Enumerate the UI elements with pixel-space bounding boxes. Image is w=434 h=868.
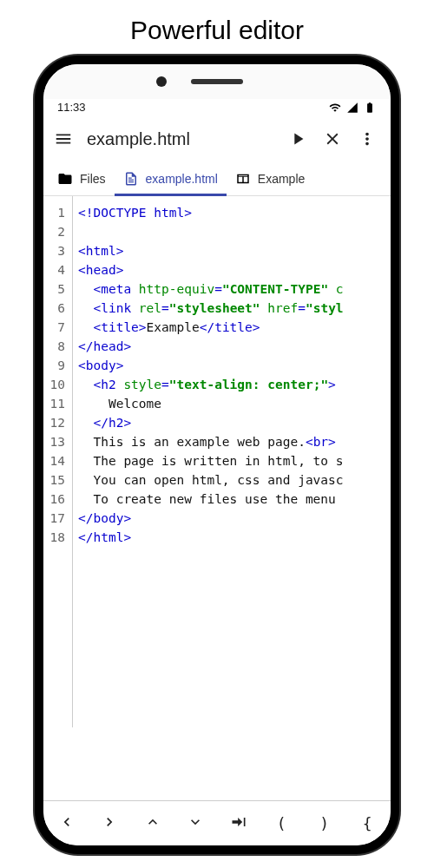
status-bar: 11:33 [43,99,391,119]
file-icon [123,171,139,187]
more-vert-icon [358,129,377,148]
tab-file-label: example.html [146,172,218,186]
app-bar: example.html [43,119,391,162]
signal-icon [345,102,359,114]
run-button[interactable] [286,128,309,150]
phone-frame: 11:33 example.html Files example.html [35,56,399,854]
tab-key-button[interactable] [217,813,260,834]
rparen-button[interactable]: ) [303,814,346,832]
status-icons [328,102,377,114]
chevron-up-icon [144,813,161,831]
tab-files-label: Files [80,172,106,186]
overflow-button[interactable] [356,128,378,150]
phone-notch [43,64,391,99]
nav-back-button[interactable] [45,813,89,834]
hamburger-icon [54,129,73,148]
menu-button[interactable] [52,128,75,150]
tab-preview-label: Example [258,172,305,186]
code-editor[interactable]: 123456789101112131415161718 <!DOCTYPE ht… [43,196,391,727]
folder-icon [57,171,73,187]
appbar-title: example.html [87,129,274,149]
chevron-right-icon [101,813,118,831]
chevron-down-icon [187,813,204,831]
tab-files[interactable]: Files [49,162,115,195]
symbol-toolbar: ( ) { [43,800,391,845]
web-icon [235,171,251,187]
nav-forward-button[interactable] [89,813,132,834]
tab-bar: Files example.html Example [43,162,391,196]
battery-icon [363,102,377,114]
code-area[interactable]: <!DOCTYPE html> <html><head> <meta http-… [73,196,391,727]
status-time: 11:33 [57,101,86,114]
tab-file[interactable]: example.html [115,162,227,195]
nav-up-button[interactable] [131,813,174,834]
tab-icon [230,813,247,831]
lparen-button[interactable]: ( [260,814,304,832]
marketing-heading: Powerful editor [0,0,434,56]
lbrace-button[interactable]: { [346,814,390,832]
close-button[interactable] [321,128,344,150]
play-icon [288,129,307,148]
line-gutter: 123456789101112131415161718 [43,196,73,727]
tab-preview[interactable]: Example [227,162,313,195]
chevron-left-icon [58,813,76,831]
nav-down-button[interactable] [174,813,218,834]
close-icon [323,129,342,148]
wifi-icon [328,102,342,114]
